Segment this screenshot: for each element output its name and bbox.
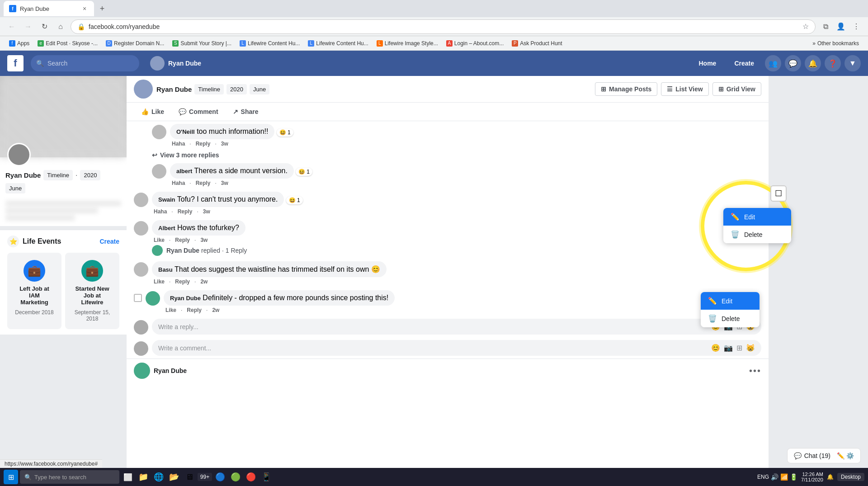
comment-sticker-icon[interactable]: 😸 [746,344,755,352]
address-bar[interactable]: 🔒 facebook.com/ryanedube ☆ [71,19,816,34]
profile-name-breadcrumb[interactable]: Ryan Dube [5,171,41,179]
fb-messages-icon[interactable]: 💬 [785,55,801,71]
chat-options-icon[interactable]: ⚙️ [846,452,854,459]
list-view-button[interactable]: ☰ List View [661,82,708,96]
context-delete-large[interactable]: 🗑️ Delete [723,226,791,243]
header-month-btn[interactable]: June [250,84,269,94]
year-dropdown[interactable]: 2020 [80,170,100,180]
taskbar-clock[interactable]: 12:26 AM 7/11/2020 [801,472,823,482]
start-button[interactable]: ⊞ [4,470,18,484]
taskbar-search[interactable]: 🔍 Type here to search [20,470,119,484]
bookmark-lifewire-style[interactable]: L Lifewire Image Style... [373,39,442,47]
life-event-lifewire[interactable]: 💼 Started New Job at Lifewire September … [65,253,119,329]
write-comment-input[interactable]: Write a comment... 😊 📷 ⊞ 😸 [152,340,761,356]
context-edit-large[interactable]: ✏️ Edit [723,208,791,226]
battery-icon[interactable]: 🔋 [790,473,797,481]
menu-button[interactable]: ⋮ [850,20,863,33]
home-button[interactable]: ⌂ [54,20,67,33]
bookmark-label-lwstyle: Lifewire Image Style... [385,40,438,47]
comment-ryan-reply[interactable]: Reply [187,307,202,313]
taskbar-app3[interactable]: 📱 [259,470,273,484]
comment-albert1-haha[interactable]: Haha [172,180,185,186]
taskbar-time: 12:26 AM [801,472,823,477]
like-button[interactable]: 👍 Like [134,104,171,119]
taskbar-app1[interactable]: 🟢 [229,470,242,484]
facebook-search-bar[interactable]: 🔍 [31,55,139,71]
profile-button[interactable]: 👤 [835,20,847,33]
comment-oneill-action-reply[interactable]: Reply [196,141,211,147]
comment-basu-reply[interactable]: Reply [175,278,190,285]
fb-help-icon[interactable]: ❓ [825,55,841,71]
comment-ryan-like[interactable]: Like [165,307,176,313]
month-dropdown[interactable]: June [5,183,25,193]
share-icon: ↗ [233,108,238,115]
tab-close-button[interactable]: × [80,5,89,13]
chat-button[interactable]: 💬 Chat (19) ✏️ ⚙️ [787,448,861,463]
taskbar-edge[interactable]: 🌐 [152,470,165,484]
bookmark-more[interactable]: » Other bookmarks [809,39,863,47]
taskbar-app2[interactable]: 🔴 [244,470,258,484]
fb-user-name[interactable]: Ryan Dube [168,60,201,67]
bookmark-domain[interactable]: D Register Domain N... [102,39,168,47]
taskbar-chrome[interactable]: 🔵 [213,470,227,484]
chat-compose-icon[interactable]: ✏️ [837,452,844,459]
bookmark-aboutcom[interactable]: A Login – About.com... [443,39,507,47]
comment-albert2-reply[interactable]: Reply [175,237,190,243]
bookmark-editpost[interactable]: e Edit Post · Skyose -... [34,39,101,47]
comment-swain-haha[interactable]: Haha [154,208,167,215]
large-checkbox-icon[interactable]: ☐ [770,185,787,202]
fb-dropdown-icon[interactable]: ▼ [844,55,861,71]
comment-albert1-reply[interactable]: Reply [196,180,211,186]
post-options-btn[interactable]: ••• [749,366,761,376]
context-edit-small[interactable]: ✏️ Edit [701,292,760,310]
bookmark-lifewire2[interactable]: L Lifewire Content Hu... [304,39,372,47]
star-icon[interactable]: ☆ [802,22,809,31]
life-events-create-btn[interactable]: Create [99,238,119,245]
bookmark-lifewire1[interactable]: L Lifewire Content Hu... [236,39,303,47]
bookmark-producthunt[interactable]: P Ask Product Hunt [508,39,566,47]
network-icon[interactable]: 📶 [780,473,788,481]
fb-friends-icon[interactable]: 👥 [765,55,781,71]
grid-view-button[interactable]: ⊞ Grid View [712,82,761,96]
active-tab[interactable]: f Ryan Dube × [4,1,94,16]
timeline-dropdown[interactable]: Timeline [43,170,73,180]
facebook-logo[interactable]: f [7,55,24,71]
taskbar-task-view[interactable]: ⬜ [121,470,135,484]
write-reply-input[interactable]: Write a reply... 😊 📷 ⊞ 😸 [152,319,761,335]
taskbar-store[interactable]: 🖥 [183,470,196,484]
back-button[interactable]: ← [5,20,18,33]
breadcrumb-profile-name[interactable]: Ryan Dube [156,85,192,93]
desktop-button[interactable]: Desktop [837,473,864,481]
new-tab-button[interactable]: + [96,2,108,15]
taskbar-game[interactable]: 99+ [198,470,212,484]
fb-home-nav[interactable]: Home [692,57,724,70]
taskbar-explorer[interactable]: 📁 [137,470,150,484]
header-timeline-btn[interactable]: Timeline [194,84,224,94]
comment-button[interactable]: 💬 Comment [171,104,226,119]
header-year-btn[interactable]: 2020 [226,84,247,94]
context-delete-small[interactable]: 🗑️ Delete [701,310,760,327]
life-event-iam[interactable]: 💼 Left Job at IAM Marketing December 201… [7,253,61,329]
fb-notifications-icon[interactable]: 🔔 [805,55,821,71]
comment-basu-like[interactable]: Like [154,278,165,285]
comment-gif-icon[interactable]: ⊞ [736,344,742,352]
fb-search-input[interactable] [47,60,129,67]
manage-posts-button[interactable]: ⊞ Manage Posts [595,82,657,96]
comment-swain-reply[interactable]: Reply [178,208,193,215]
view-more-replies[interactable]: ↩ View 3 more replies [127,150,769,160]
volume-icon[interactable]: 🔊 [771,473,778,481]
bookmark-apps[interactable]: f Apps [5,39,33,47]
comment-checkbox[interactable] [134,294,142,302]
fb-create-nav[interactable]: Create [727,57,761,70]
comment-camera-icon[interactable]: 📷 [724,344,733,352]
notification-area[interactable]: 🔔 [827,474,834,480]
forward-button[interactable]: → [22,20,34,33]
refresh-button[interactable]: ↻ [38,20,51,33]
taskbar-files[interactable]: 📂 [167,470,181,484]
bookmark-submitstory[interactable]: S Submit Your Story |... [169,39,235,47]
extensions-button[interactable]: ⧉ [819,20,832,33]
comment-emoji-icon[interactable]: 😊 [711,344,720,352]
comment-albert2-like[interactable]: Like [154,237,165,243]
comment-oneill-action-haha[interactable]: Haha [172,141,185,147]
share-button[interactable]: ↗ Share [226,104,266,119]
